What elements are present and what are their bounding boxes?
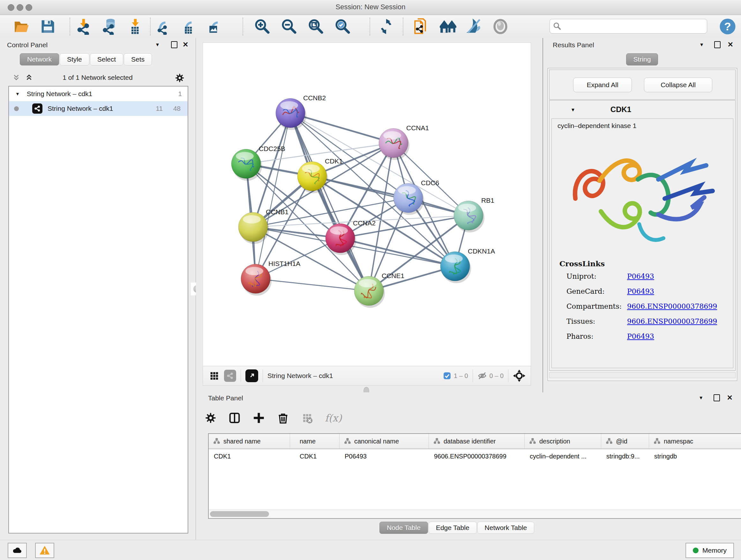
crosslink-label: Pharos: (559, 332, 627, 348)
float-panel-icon[interactable] (714, 41, 721, 48)
search-input[interactable] (549, 19, 707, 34)
tab-network[interactable]: Network (20, 53, 59, 65)
tree-expand-caret-icon[interactable]: ▼ (15, 91, 20, 97)
node-CDK1[interactable]: CDK1 (297, 158, 343, 193)
node-CCNB2[interactable]: CCNB2 (276, 94, 326, 130)
edge-CCNB2-CCNE1[interactable] (290, 113, 369, 291)
close-panel-icon[interactable]: ✕ (727, 394, 733, 402)
memory-button[interactable]: Memory (685, 543, 734, 558)
show-all-icon[interactable] (492, 18, 509, 35)
hide-selected-icon[interactable] (466, 18, 482, 35)
import-table-file-icon[interactable] (127, 18, 144, 35)
network-collection-row[interactable]: ▼ String Network – cdk1 1 (9, 86, 188, 101)
tab-edge-table[interactable]: Edge Table (428, 522, 477, 534)
zoom-out-icon[interactable] (281, 18, 297, 35)
crosslink-link[interactable]: P06493 (627, 272, 654, 287)
grid-view-icon[interactable] (209, 370, 219, 381)
table-cell[interactable]: P06493 (340, 449, 429, 463)
table-settings-gear-icon[interactable] (205, 412, 216, 424)
table-cell[interactable]: stringdb (649, 449, 741, 463)
table-horizontal-scrollbar[interactable] (209, 509, 741, 518)
table-cell[interactable]: CDK1 (290, 449, 340, 463)
table-row[interactable]: CDK1CDK1P064939606.ENSP00000378699cyclin… (209, 449, 741, 463)
cloud-button[interactable] (8, 543, 27, 558)
expand-all-button[interactable]: Expand All (573, 78, 632, 92)
open-session-icon[interactable] (13, 18, 30, 35)
collapse-panel-icon[interactable]: ▼ (698, 395, 703, 400)
node-HIST1H1A[interactable]: HIST1H1A (241, 260, 300, 296)
search-text-field[interactable] (564, 20, 702, 31)
tab-network-table[interactable]: Network Table (477, 522, 535, 534)
gear-icon[interactable] (175, 73, 185, 83)
column-header-canonical-name[interactable]: canonical name (340, 434, 429, 449)
network-status-dot-icon (14, 106, 19, 111)
results-horizontal-scrollbar[interactable] (549, 372, 736, 378)
add-column-icon[interactable] (253, 412, 265, 424)
refresh-icon[interactable] (378, 18, 394, 35)
table-cell[interactable]: CDK1 (209, 449, 290, 463)
import-network-file-icon[interactable] (75, 18, 92, 35)
zoom-selected-icon[interactable] (334, 18, 351, 35)
tab-string[interactable]: String (626, 53, 658, 65)
collapse-panel-icon[interactable]: ▼ (155, 42, 160, 47)
export-table-icon[interactable] (182, 18, 199, 35)
node-label: CDC25B (259, 145, 285, 152)
detach-view-icon[interactable] (246, 369, 258, 382)
column-header-database-identifier[interactable]: database identifier (429, 434, 525, 449)
network-row[interactable]: String Network – cdk1 11 48 (9, 101, 188, 116)
import-network-database-icon[interactable] (101, 18, 118, 35)
scrollbar-thumb[interactable] (210, 511, 269, 517)
zoom-fit-icon[interactable] (308, 18, 324, 35)
export-network-icon[interactable] (156, 18, 172, 35)
delete-column-icon[interactable] (277, 412, 289, 424)
node-label: RB1 (481, 197, 494, 204)
save-session-icon[interactable] (40, 18, 56, 35)
zoom-in-icon[interactable] (254, 18, 271, 35)
network-view-title: String Network – cdk1 (267, 372, 333, 380)
tab-style[interactable]: Style (60, 53, 89, 65)
float-panel-icon[interactable] (714, 394, 720, 401)
crosslink-link[interactable]: 9606.ENSP00000378699 (627, 317, 717, 332)
show-columns-icon[interactable] (228, 412, 241, 424)
close-panel-icon[interactable]: ✕ (728, 41, 733, 49)
collapse-panel-icon[interactable]: ▼ (699, 42, 704, 47)
column-header-name[interactable]: name (290, 434, 340, 449)
collapse-all-button[interactable]: Collapse All (644, 78, 712, 92)
table-cell[interactable]: stringdb:9... (601, 449, 649, 463)
network-overview-icon[interactable] (224, 370, 236, 382)
node-RB1[interactable]: RB1 (454, 197, 494, 233)
column-header-shared-name[interactable]: shared name (209, 434, 290, 449)
network-canvas[interactable]: CCNB2CCNA1CDC25BCDK1CDC6RB1CCNB1CCNA2CDK… (203, 43, 531, 367)
birds-eye-toggle-icon[interactable] (513, 369, 526, 382)
help-icon[interactable]: ? (719, 17, 735, 34)
node-CCNB1[interactable]: CCNB1 (239, 208, 288, 244)
export-image-icon[interactable] (208, 18, 225, 35)
tab-node-table[interactable]: Node Table (380, 522, 428, 534)
crosslink-link[interactable]: P06493 (627, 287, 654, 302)
tab-select[interactable]: Select (90, 53, 123, 65)
protein-description: cyclin–dependent kinase 1 (557, 122, 636, 130)
return-home-icon[interactable] (440, 18, 456, 35)
warning-button[interactable] (35, 543, 54, 558)
network-view-panel: CCNB2CCNA1CDC25BCDK1CDC6RB1CCNB1CCNA2CDK… (196, 38, 542, 392)
node-CDC6[interactable]: CDC6 (394, 179, 439, 215)
column-header-@id[interactable]: @id (601, 434, 649, 449)
edge-CCNB2-HIST1H1A[interactable] (256, 113, 290, 279)
column-header-description[interactable]: description (525, 434, 601, 449)
cloud-icon (12, 545, 23, 556)
edge-CDK1-RB1[interactable] (312, 176, 468, 215)
column-header-namespac[interactable]: namespac (649, 434, 741, 449)
first-neighbors-icon[interactable] (414, 18, 430, 35)
tab-sets[interactable]: Sets (124, 53, 152, 65)
table-cell[interactable]: 9606.ENSP00000378699 (429, 449, 525, 463)
node-label: CCNA1 (406, 124, 429, 132)
selected-checkbox-icon[interactable] (443, 372, 451, 380)
crosslink-link[interactable]: 9606.ENSP00000378699 (627, 302, 717, 317)
node-CCNA1[interactable]: CCNA1 (379, 124, 429, 160)
crosslink-link[interactable]: P06493 (627, 332, 654, 348)
float-panel-icon[interactable] (171, 41, 178, 48)
edge-HIST1H1A-CCNE1[interactable] (256, 279, 369, 291)
card-collapse-caret-icon[interactable]: ▼ (570, 107, 576, 112)
close-panel-icon[interactable]: ✕ (183, 41, 188, 49)
table-cell[interactable]: cyclin–dependent ... (525, 449, 601, 463)
